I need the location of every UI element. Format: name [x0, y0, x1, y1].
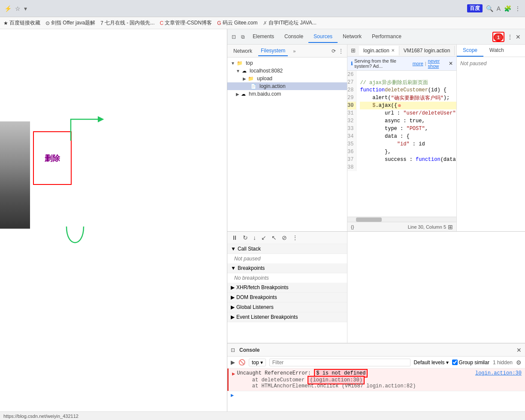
event-title: Event Listener Breakpoints — [236, 314, 298, 320]
tree-item-top[interactable]: ▼ 📁 top — [227, 59, 347, 67]
code-line-26 — [360, 71, 456, 79]
code-tab-login[interactable]: login.action ✕ — [359, 46, 399, 55]
code-scrollbar[interactable] — [347, 217, 456, 222]
code-editor[interactable]: 26 27 28 29 30 31 32 33 34 35 — [347, 71, 456, 217]
line-num-31: 31 — [347, 109, 356, 117]
event-header[interactable]: ▶ Event Listener Breakpoints — [227, 312, 347, 322]
tab-console[interactable]: Console — [279, 31, 308, 43]
default-levels-label: Default levels — [414, 360, 445, 366]
bookmark-5[interactable]: G 码云 Gitee.com — [217, 19, 257, 27]
toggle-sidebar-icon[interactable]: ⊞ — [349, 46, 357, 54]
devtools-close-icon[interactable]: ✕ — [516, 33, 521, 40]
debugger-right-bottom — [347, 232, 525, 343]
tab-elements[interactable]: Elements — [247, 31, 279, 43]
call-stack-arrow: ▼ — [231, 246, 236, 252]
call-stack-content: Not paused — [227, 254, 347, 263]
breakpoints-header[interactable]: ▼ Breakpoints — [227, 263, 347, 273]
console-close-btn[interactable]: ✕ — [516, 347, 522, 354]
debugger-section: ⏸ ↻ ↓ ↙ ↖ ⊘ ⋮ ▼ Call Stack — [227, 231, 525, 343]
baidu-logo: 百度 — [467, 4, 483, 12]
event-arrow: ▶ — [231, 314, 235, 320]
scope-tab-scope[interactable]: Scope — [457, 45, 483, 57]
folder-icon-top: 📁 — [237, 60, 243, 66]
info-link-never[interactable]: never show — [428, 58, 447, 69]
error-expand-icon[interactable]: ▶ — [232, 371, 235, 377]
tab-sources[interactable]: Sources — [308, 31, 338, 43]
step-over-btn[interactable]: ↓ — [251, 233, 258, 242]
xhr-section: ▶ XHR/fetch Breakpoints — [227, 283, 347, 293]
resume-btn[interactable]: ↻ — [241, 233, 250, 242]
pause-btn[interactable]: ⏸ — [230, 233, 239, 242]
info-close-icon[interactable]: ✕ — [449, 60, 453, 66]
tree-label-baidu: hm.baidu.com — [249, 91, 281, 97]
scope-panel: Scope Watch Not paused — [456, 45, 525, 231]
line-num-33: 33 — [347, 125, 356, 133]
global-title: Global Listeners — [236, 304, 274, 310]
tree-arrow-top: ▼ — [231, 61, 235, 66]
devtools-dock-icon[interactable]: ⊡ — [229, 34, 238, 40]
error-badge: 1 — [494, 33, 503, 41]
bookmark-6[interactable]: ✗ 自学IT吧论坛 JAVA... — [263, 19, 317, 27]
error-stack-1: at deleteCustomer (login.action:30) — [232, 377, 522, 383]
default-levels-selector[interactable]: Default levels ▾ — [414, 360, 449, 366]
scope-content: Not paused — [457, 57, 525, 70]
filter-box[interactable] — [269, 359, 410, 366]
subtab-more[interactable]: » — [293, 48, 296, 54]
bookmark-2[interactable]: ⊙ 剑指 Offer java题解 — [45, 19, 95, 27]
sources-more-icon[interactable]: ⋮ — [338, 48, 344, 54]
tree-arrow-baidu: ▶ — [236, 92, 239, 97]
bookmarks-bar: ★ 百度链接收藏 ⊙ 剑指 Offer java题解 7 七月在线 - 国内领先… — [0, 17, 525, 29]
deactivate-btn[interactable]: ⊘ — [280, 233, 289, 242]
xhr-header[interactable]: ▶ XHR/fetch Breakpoints — [227, 283, 347, 293]
sources-sync-icon[interactable]: ⟳ — [332, 48, 336, 54]
code-tab-vm1687[interactable]: VM1687 login.action — [399, 46, 455, 55]
more-dbg-btn[interactable]: ⋮ — [290, 233, 300, 242]
group-similar-checkbox[interactable] — [452, 360, 458, 365]
step-out-btn[interactable]: ↖ — [270, 233, 278, 242]
global-header[interactable]: ▶ Global Listeners — [227, 302, 347, 312]
delete-button-box[interactable]: 删除 — [33, 131, 72, 185]
context-selector[interactable]: top ▾ — [249, 359, 266, 366]
tree-item-baidu[interactable]: ▶ ☁ hm.baidu.com — [227, 90, 347, 98]
bookmark-1[interactable]: ★ 百度链接收藏 — [3, 19, 40, 27]
code-line-29: alert("确实要删除该客户吗"); — [360, 94, 456, 102]
pretty-print-icon[interactable]: {} — [351, 224, 354, 230]
console-execute-icon[interactable]: ▶ — [231, 359, 235, 366]
console-expand-icon[interactable]: ⊡ — [231, 347, 235, 353]
call-stack-header[interactable]: ▼ Call Stack — [227, 244, 347, 254]
dom-header[interactable]: ▶ DOM Breakpoints — [227, 293, 347, 302]
subtab-network[interactable]: Network — [231, 46, 255, 56]
step-into-btn[interactable]: ↙ — [259, 233, 268, 242]
bookmark-3[interactable]: 7 七月在线 - 国内领先... — [100, 19, 154, 27]
default-levels-arrow: ▾ — [446, 360, 449, 366]
status-console-icon[interactable]: ⊞ — [448, 224, 453, 230]
info-text: Serving from the file system? Ad... — [354, 58, 411, 69]
console-settings-icon[interactable]: ⚙ — [516, 359, 522, 366]
code-tab-login-close[interactable]: ✕ — [391, 48, 395, 53]
subtab-filesystem[interactable]: Filesystem — [258, 46, 288, 56]
code-tabs: ⊞ login.action ✕ VM1687 login.action — [347, 45, 456, 57]
console-toolbar: ▶ 🚫 top ▾ Default levels — [227, 357, 525, 369]
error-stack-2: at HTMLAnchorElement.onclick (VM1687 log… — [232, 383, 522, 389]
filter-input[interactable] — [272, 360, 407, 366]
tree-item-localhost[interactable]: ▼ ☁ localhost:8082 — [227, 67, 347, 75]
scroll-thumb[interactable] — [356, 218, 382, 222]
translate-icon: A — [497, 5, 501, 12]
devtools-undock-icon[interactable]: ⧉ — [238, 34, 247, 40]
devtools-more-icon[interactable]: ⋮ — [507, 33, 513, 40]
delete-button-label[interactable]: 删除 — [45, 153, 60, 163]
tab-network[interactable]: Network — [338, 31, 367, 43]
code-line-37: success : function(data) { — [360, 156, 456, 163]
error-message: Uncaught ReferenceError: $ is not define… — [237, 370, 474, 376]
info-link-more[interactable]: more — [413, 61, 423, 66]
tree-item-login-action[interactable]: 📄 login.action — [227, 82, 347, 90]
dropdown-icon: ▾ — [24, 5, 27, 12]
tab-performance[interactable]: Performance — [367, 31, 407, 43]
star-icon: ☆ — [15, 5, 21, 12]
bookmark-4[interactable]: C 文章管理-CSDN博客 — [160, 19, 212, 27]
console-clear-icon[interactable]: 🚫 — [238, 359, 245, 366]
error-location-link[interactable]: login.action:30 — [475, 370, 522, 376]
tree-item-upload[interactable]: ▶ 📁 upload — [227, 75, 347, 82]
status-url: https://blog.csdn.net/weiyin_432112 — [3, 414, 78, 419]
scope-tab-watch[interactable]: Watch — [483, 45, 510, 57]
